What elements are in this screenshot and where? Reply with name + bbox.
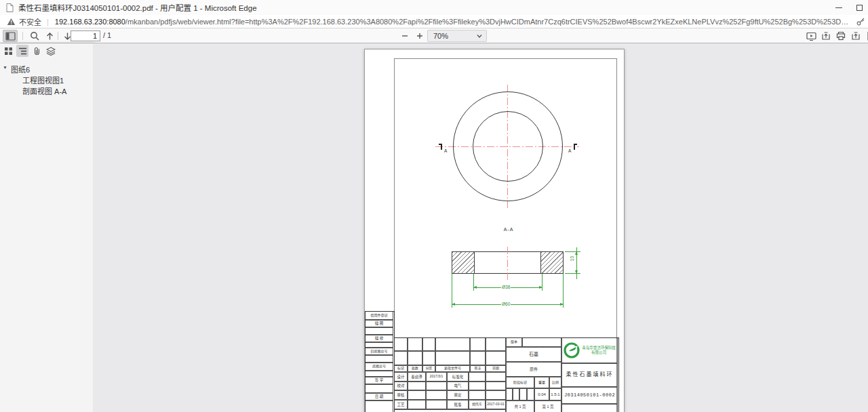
dim-arrow (452, 303, 455, 306)
content-area: ▼ 图纸6 工程图视图1 剖面视图 A-A A (0, 43, 868, 412)
title-block-cell (486, 390, 506, 400)
page-number-input[interactable] (71, 30, 100, 41)
dim-label-outer: Ø60 (501, 302, 511, 307)
presentation-mode-button[interactable] (804, 30, 818, 42)
title-block-cell: 重量 (534, 377, 549, 388)
layers-view-button[interactable] (45, 45, 57, 57)
title-block-cell (470, 351, 486, 365)
hatch-right (540, 252, 563, 273)
part-type-cell: 原件 (506, 362, 561, 377)
title-block-cell (561, 404, 618, 412)
title-block-cell: 比例 (549, 377, 561, 388)
dim-arrow (560, 303, 564, 306)
browser-window: 柔性石墨填料环J0314050101-0002.pdf - 用户配置 1 - M… (0, 0, 868, 412)
zoom-out-button[interactable] (397, 30, 412, 42)
title-block-cell (394, 337, 408, 351)
title-block-cell (408, 400, 426, 409)
title-block-cell (365, 327, 393, 335)
extension-line (565, 251, 580, 252)
title-block-cell: 阶段标记 (506, 377, 534, 388)
title-block-cell (513, 388, 519, 400)
current-view-bookmark-button[interactable] (863, 30, 868, 42)
pdf-toolbar: / 1 70% (0, 28, 868, 43)
previous-page-button[interactable] (42, 30, 57, 42)
save-button[interactable] (848, 30, 863, 42)
title-block-cell: 分区 (422, 365, 435, 372)
title-block-cell (365, 355, 393, 363)
outline-item-section[interactable]: 剖面视图 A-A (22, 85, 66, 96)
attachments-view-button[interactable] (31, 45, 43, 57)
toolbar-separator (58, 32, 58, 40)
zoom-level-select[interactable]: 70% (427, 30, 487, 42)
scale-cell: 1.5:1 (549, 388, 561, 400)
sidebar-toggle-button[interactable] (3, 30, 18, 42)
title-block-cell (522, 337, 561, 347)
title-block-cell: 日期 (486, 365, 506, 372)
outline-view-button[interactable] (16, 45, 28, 57)
title-block-cell (422, 351, 435, 365)
section-view-title: A-A (498, 227, 519, 232)
open-file-button[interactable] (818, 30, 833, 42)
maximize-button[interactable] (849, 0, 868, 15)
title-block-cell (365, 384, 393, 393)
title-block-cell (486, 351, 506, 365)
url-host: 192.168.63.230:8080 (55, 18, 125, 26)
password-key-icon[interactable] (856, 17, 865, 26)
title-block-cell: 审定 (447, 390, 469, 400)
pdf-sidebar: ▼ 图纸6 工程图视图1 剖面视图 A-A (0, 43, 93, 412)
title-block-cell (408, 351, 422, 365)
title-block-cell (486, 337, 506, 351)
title-block-cell (470, 337, 486, 351)
title-block-cell (527, 388, 534, 400)
material-cell: 石墨 (506, 347, 561, 362)
company-cell: 青岛华世洁环保科技 有限公司 (561, 337, 618, 363)
url-path: /mkanban/pdfjs/web/viewer.html?file=http… (125, 18, 852, 26)
title-block-cell: 批准 (447, 400, 469, 409)
title-block-cell (426, 400, 447, 409)
outline-item-view1[interactable]: 工程图视图1 (22, 75, 64, 85)
title-block-cell: 设计 (394, 372, 408, 382)
title-block-cell (365, 342, 393, 348)
pdf-page[interactable]: A A A-A Ø38 (364, 49, 625, 412)
title-block-cell (408, 390, 426, 400)
page-count-label: / 1 (103, 31, 111, 39)
title-block-cell: 校对 (394, 382, 408, 390)
title-block-cell (408, 382, 426, 390)
print-button[interactable] (833, 30, 848, 42)
find-button[interactable] (27, 30, 42, 42)
zoom-in-button[interactable] (412, 30, 427, 42)
title-block-cell: 工艺 (394, 400, 408, 409)
title-block-cell (365, 400, 393, 412)
pdf-document-icon (6, 3, 14, 12)
title-block-cell: 借用件登记 (365, 311, 393, 320)
not-secure-label: 不安全 (19, 16, 41, 27)
window-title: 柔性石墨填料环J0314050101-0002.pdf - 用户配置 1 - M… (18, 2, 257, 13)
outline-item-sheet[interactable]: 图纸6 (11, 64, 30, 75)
chevron-down-icon[interactable]: ▼ (3, 65, 7, 70)
company-name: 青岛华世洁环保科技 有限公司 (582, 346, 616, 355)
dim-arrow (473, 286, 477, 289)
inner-circle (473, 111, 543, 182)
zoom-level-value: 70% (433, 32, 475, 40)
title-block-cell: 2017-03-01 (486, 400, 506, 409)
title-block-cell: 审核 (394, 390, 408, 400)
title-block-cell (469, 390, 486, 400)
cutting-plane-cap-left (439, 144, 442, 145)
cutting-plane-cap-right (574, 144, 577, 145)
dim-label-inner: Ø38 (501, 285, 511, 290)
sheet-total-cell: 共 1 页 (506, 400, 534, 412)
title-block-cell: 胡伟东 (469, 400, 486, 409)
minimize-button[interactable] (829, 0, 849, 15)
title-block-cell (394, 351, 408, 365)
title-block-cell: 秦迎泽 (408, 372, 426, 382)
title-block-cell (426, 382, 447, 390)
title-block-cell (519, 388, 527, 400)
title-block-cell: 日 期 (365, 393, 393, 400)
hatch-left (452, 252, 475, 273)
part-name-cell: 柔性石墨填料环 (561, 363, 618, 387)
title-block-cell (422, 337, 435, 351)
title-block-cell: 处数 (408, 365, 422, 372)
title-block-cell (469, 382, 486, 390)
thumbnails-view-button[interactable] (2, 45, 14, 57)
address-bar[interactable]: 不安全 | 192.168.63.230:8080 /mkanban/pdfjs… (0, 15, 868, 28)
